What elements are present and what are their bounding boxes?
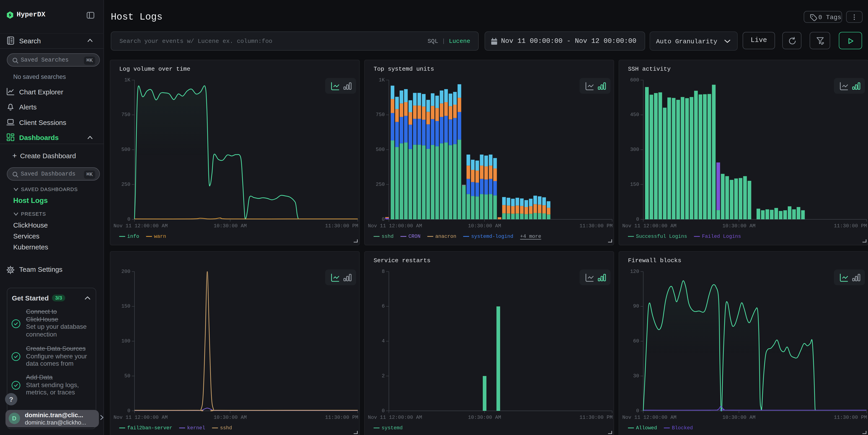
svg-text:Log volume over time: Log volume over time [119,66,191,72]
svg-text:systemd-logind: systemd-logind [471,234,513,239]
svg-text:info: info [127,234,140,239]
svg-text:750: 750 [122,112,131,118]
svg-text:10:30:00 AM: 10:30:00 AM [722,414,755,420]
svg-text:250: 250 [376,182,385,187]
svg-text:Nov 11 12:00:00 AM: Nov 11 12:00:00 AM [114,414,168,420]
svg-text:200: 200 [122,269,131,274]
svg-text:SSH activity: SSH activity [628,66,671,72]
svg-text:11:30:00 PM: 11:30:00 PM [834,414,867,420]
svg-text:sshd: sshd [381,234,394,239]
svg-text:anacron: anacron [435,234,456,239]
svg-text:150: 150 [630,182,639,187]
svg-text:Firewall blocks: Firewall blocks [628,257,681,264]
svg-text:11:30:00 PM: 11:30:00 PM [580,414,613,420]
svg-text:Nov 11 12:00:00 AM: Nov 11 12:00:00 AM [622,223,677,229]
svg-text:11:30:00 PM: 11:30:00 PM [325,223,358,229]
svg-text:1K: 1K [379,77,385,83]
svg-text:250: 250 [122,182,131,187]
svg-text:sshd: sshd [220,425,232,431]
svg-text:600: 600 [630,77,639,83]
svg-text:0: 0 [636,408,639,413]
svg-text:750: 750 [376,112,385,118]
svg-text:90: 90 [633,303,639,309]
svg-text:120: 120 [630,269,639,274]
svg-text:+4 more: +4 more [520,234,541,239]
svg-text:100: 100 [122,338,131,344]
svg-text:450: 450 [630,112,639,118]
svg-text:1K: 1K [124,77,131,83]
svg-text:0: 0 [127,217,130,222]
svg-text:Successful Logins: Successful Logins [636,234,687,239]
svg-text:kernel: kernel [187,425,206,431]
svg-text:11:30:00 PM: 11:30:00 PM [325,414,358,420]
svg-text:11:30:00 PM: 11:30:00 PM [834,223,867,229]
svg-text:Nov 11 12:00:00 AM: Nov 11 12:00:00 AM [622,414,677,420]
svg-text:0: 0 [382,217,385,222]
svg-text:500: 500 [122,147,131,153]
svg-text:8: 8 [382,269,385,274]
svg-text:11:30:00 PM: 11:30:00 PM [580,223,613,229]
svg-text:500: 500 [376,147,385,153]
svg-text:60: 60 [633,338,639,344]
svg-text:10:30:00 AM: 10:30:00 AM [722,223,755,229]
svg-text:10:30:00 AM: 10:30:00 AM [468,223,501,229]
svg-text:Top systemd units: Top systemd units [374,66,434,72]
svg-text:50: 50 [124,373,130,379]
svg-text:0: 0 [636,217,639,222]
svg-text:30: 30 [633,373,639,379]
svg-text:2: 2 [382,373,385,379]
svg-text:CRON: CRON [408,234,421,239]
svg-text:4: 4 [382,338,385,344]
svg-text:0: 0 [382,408,385,413]
svg-text:Failed Logins: Failed Logins [702,234,741,239]
svg-text:systemd: systemd [381,425,403,431]
svg-text:Blocked: Blocked [672,425,693,431]
svg-text:Nov 11 12:00:00 AM: Nov 11 12:00:00 AM [368,414,422,420]
svg-text:0: 0 [127,408,130,413]
svg-text:10:30:00 AM: 10:30:00 AM [214,223,247,229]
svg-text:10:30:00 AM: 10:30:00 AM [468,414,501,420]
svg-text:Allowed: Allowed [636,425,657,431]
svg-text:150: 150 [122,303,131,309]
svg-text:fail2ban-server: fail2ban-server [127,425,173,431]
svg-text:Nov 11 12:00:00 AM: Nov 11 12:00:00 AM [368,223,422,229]
svg-text:Service restarts: Service restarts [374,257,431,264]
svg-text:warn: warn [154,234,166,239]
svg-text:300: 300 [630,147,639,153]
svg-text:10:30:00 AM: 10:30:00 AM [214,414,247,420]
svg-text:Nov 11 12:00:00 AM: Nov 11 12:00:00 AM [114,223,168,229]
svg-text:6: 6 [382,303,385,309]
